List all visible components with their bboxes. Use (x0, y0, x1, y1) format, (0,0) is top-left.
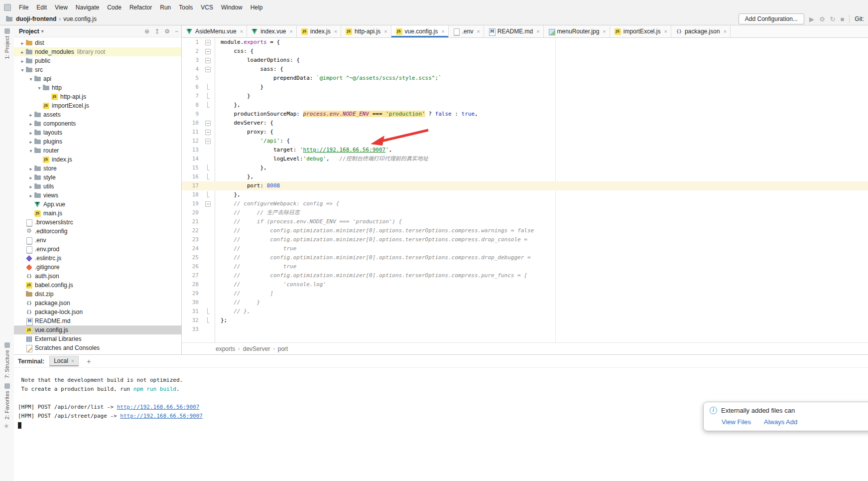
fold-end-icon[interactable] (202, 101, 215, 110)
editor-tab-vue-config-js[interactable]: vue.config.js× (391, 25, 449, 37)
breadcrumb-item-port[interactable]: port (278, 345, 288, 352)
tab-close-icon[interactable]: × (384, 28, 387, 34)
tree-item-src[interactable]: ▾src (14, 65, 181, 74)
code-line-2[interactable]: 2 css: { (182, 47, 868, 56)
chevron-right-icon[interactable]: ▸ (27, 184, 34, 189)
tab-close-icon[interactable]: × (334, 28, 337, 34)
tree-item-package-lock-json[interactable]: package-lock.json (14, 308, 181, 317)
editor-tab-index-vue[interactable]: index.vue× (247, 25, 297, 37)
code-line-27[interactable]: 27 // config.optimization.minimizer[0].o… (182, 271, 868, 280)
code-line-31[interactable]: 31 // }, (182, 307, 868, 316)
menu-tools[interactable]: Tools (175, 3, 197, 12)
chevron-right-icon[interactable]: ▸ (19, 49, 26, 55)
collapse-all-icon[interactable]: ↥ (154, 28, 159, 35)
tree-item-dist-zip[interactable]: dist.zip (14, 290, 181, 299)
fold-start-icon[interactable] (202, 65, 215, 74)
fold-end-icon[interactable] (202, 83, 215, 92)
tree-item-importexcel-js[interactable]: importExcel.js (14, 101, 181, 110)
fold-end-icon[interactable] (202, 163, 215, 172)
tree-item-layouts[interactable]: ▸layouts (14, 128, 181, 137)
menu-window[interactable]: Window (217, 3, 247, 12)
chevron-right-icon[interactable]: ▸ (27, 193, 34, 198)
tree-item-public[interactable]: ▸public (14, 56, 181, 65)
tree-item-components[interactable]: ▸components (14, 119, 181, 128)
chevron-down-icon[interactable]: ▾ (19, 67, 26, 73)
fold-end-icon[interactable] (202, 92, 215, 101)
editor-tab-env[interactable]: .env× (449, 25, 484, 37)
menu-file[interactable]: File (15, 3, 32, 12)
code-line-14[interactable]: 14 logLevel:'debug', //控制台终端打印代理前的真实地址 (182, 155, 868, 163)
editor-tab-asidemenu-vue[interactable]: AsideMenu.vue× (182, 25, 247, 37)
tool-stripe-favorites-button[interactable]: 2: Favorites (0, 383, 14, 419)
terminal-tab-local[interactable]: Local × (49, 356, 79, 366)
code-line-22[interactable]: 22 // config.optimization.minimizer[0].o… (182, 226, 868, 235)
project-panel-title[interactable]: Project (19, 28, 39, 35)
fold-start-icon[interactable] (202, 56, 215, 65)
tool-stripe-project-button[interactable]: 1: Project (0, 28, 14, 59)
code-line-30[interactable]: 30 // } (182, 298, 868, 307)
fold-start-icon[interactable] (202, 38, 215, 47)
menu-vcs[interactable]: VCS (197, 3, 217, 12)
new-terminal-session-icon[interactable]: + (84, 357, 94, 365)
terminal-title[interactable]: Terminal: (18, 358, 44, 365)
tree-item-style[interactable]: ▸style (14, 173, 181, 182)
fold-start-icon[interactable] (202, 199, 215, 208)
code-line-13[interactable]: 13 target: 'http://192.168.66.56:9007', (182, 146, 868, 155)
chevron-right-icon[interactable]: ▸ (27, 175, 34, 180)
tree-item-utils[interactable]: ▸utils (14, 182, 181, 191)
code-line-16[interactable]: 16 }, (182, 172, 868, 181)
editor-tab-index-js[interactable]: index.js× (297, 25, 341, 37)
tab-close-icon[interactable]: × (477, 28, 480, 34)
code-line-8[interactable]: 8 }, (182, 101, 868, 110)
settings-icon[interactable]: ⚙ (164, 28, 170, 35)
menu-edit[interactable]: Edit (32, 3, 51, 12)
fold-end-icon[interactable] (202, 316, 215, 325)
tree-item-readme-md[interactable]: README.md (14, 317, 181, 325)
breadcrumb-item-devserver[interactable]: devServer (243, 345, 270, 352)
profiler-icon[interactable]: ⚙ (819, 16, 825, 22)
editor-tab-readme-md[interactable]: README.md× (484, 25, 544, 37)
stop-icon[interactable]: ■ (840, 16, 844, 22)
breadcrumb-project[interactable]: duoji-frontend (16, 15, 56, 22)
chevron-right-icon[interactable]: ▸ (27, 112, 34, 118)
tree-item-editorconfig[interactable]: .editorconfig (14, 227, 181, 236)
code-line-3[interactable]: 3 loaderOptions: { (182, 56, 868, 65)
code-line-12[interactable]: 12 '/api': { (182, 137, 868, 146)
tree-item-views[interactable]: ▸views (14, 191, 181, 200)
tree-item-api[interactable]: ▾api (14, 74, 181, 83)
code-line-20[interactable]: 20 // // 生产去除日志 (182, 208, 868, 217)
code-line-29[interactable]: 29 // ] (182, 289, 868, 298)
code-line-23[interactable]: 23 // config.optimization.minimizer[0].o… (182, 235, 868, 244)
chevron-right-icon[interactable]: ▸ (27, 121, 34, 127)
code-line-25[interactable]: 25 // config.optimization.minimizer[0].o… (182, 253, 868, 262)
tree-item-router[interactable]: ▾router (14, 146, 181, 155)
tree-item-store[interactable]: ▸store (14, 164, 181, 173)
tree-item-http-api-js[interactable]: http-api.js (14, 92, 181, 101)
code-line-1[interactable]: 1module.exports = { (182, 38, 868, 47)
code-line-15[interactable]: 15 }, (182, 163, 868, 172)
tab-close-icon[interactable]: × (536, 28, 539, 34)
tree-item-auth-json[interactable]: auth.json (14, 272, 181, 281)
tab-close-icon[interactable]: × (603, 28, 606, 34)
update-project-icon[interactable]: ↻ (830, 16, 836, 22)
menu-help[interactable]: Help (247, 3, 267, 12)
tab-close-icon[interactable]: × (290, 28, 293, 34)
fold-end-icon[interactable] (202, 190, 215, 199)
tab-close-icon[interactable]: × (724, 28, 727, 34)
tree-item-package-json[interactable]: package.json (14, 299, 181, 308)
tree-item-babel-config-js[interactable]: babel.config.js (14, 281, 181, 290)
editor-tab-importexcel-js[interactable]: importExcel.js× (610, 25, 671, 37)
tree-item-dist[interactable]: ▸dist (14, 38, 181, 47)
menu-refactor[interactable]: Refactor (125, 3, 156, 12)
tree-item-plugins[interactable]: ▸plugins (14, 137, 181, 146)
chevron-right-icon[interactable]: ▸ (19, 40, 26, 46)
hide-panel-icon[interactable]: − (175, 28, 178, 35)
code-line-32[interactable]: 32}; (182, 316, 868, 325)
tree-item-http[interactable]: ▾http (14, 83, 181, 92)
chevron-right-icon[interactable]: ▸ (27, 166, 34, 171)
code-viewport[interactable]: 1module.exports = {2 css: {3 loaderOptio… (182, 38, 868, 342)
tree-item-browserslistrc[interactable]: .browserslistrc (14, 218, 181, 227)
editor-tab-http-api-js[interactable]: http-api.js× (341, 25, 391, 37)
tree-item-node-modules[interactable]: ▸node_moduleslibrary root (14, 47, 181, 56)
fold-start-icon[interactable] (202, 137, 215, 146)
